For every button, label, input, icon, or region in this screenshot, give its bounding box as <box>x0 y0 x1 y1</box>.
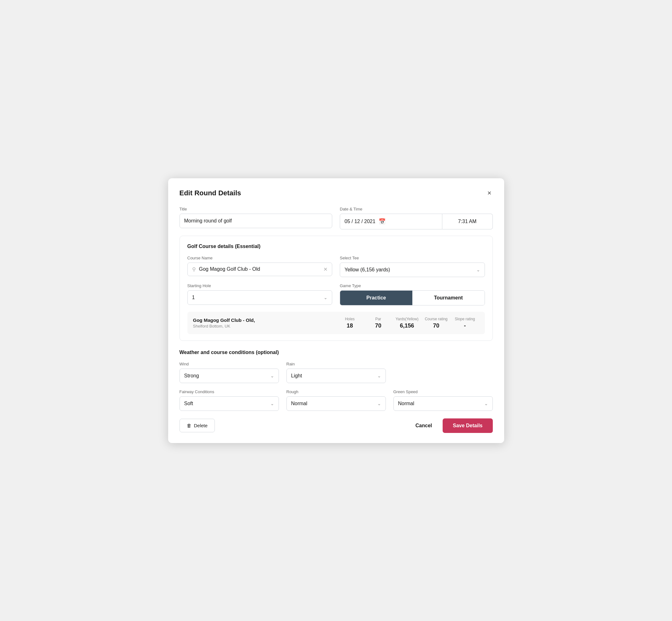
select-tee-group: Select Tee Yellow (6,156 yards) ⌄ <box>340 256 485 277</box>
course-rating-label: Course rating <box>425 317 447 321</box>
green-speed-value: Normal <box>398 401 481 406</box>
yards-stat: Yards(Yellow) 6,156 <box>392 317 422 329</box>
course-info-name-text: Gog Magog Golf Club - Old, <box>193 318 336 323</box>
title-input[interactable] <box>179 214 333 228</box>
rough-value: Normal <box>291 401 374 406</box>
fairway-label: Fairway Conditions <box>179 389 279 394</box>
footer-right: Cancel Save Details <box>412 418 493 433</box>
modal-title: Edit Round Details <box>179 189 241 197</box>
holes-stat: Holes 18 <box>336 317 364 329</box>
weather-section: Weather and course conditions (optional)… <box>179 349 493 411</box>
fairway-value: Soft <box>184 401 267 406</box>
select-tee-value: Yellow (6,156 yards) <box>344 267 473 273</box>
course-info-bar: Gog Magog Golf Club - Old, Shelford Bott… <box>187 312 485 334</box>
game-type-toggle: Practice Tournament <box>340 290 485 305</box>
rough-group: Rough Normal ⌄ <box>287 389 386 411</box>
wind-label: Wind <box>179 362 279 366</box>
chevron-down-icon-rain: ⌄ <box>377 373 381 378</box>
green-speed-dropdown[interactable]: Normal ⌄ <box>393 396 493 411</box>
modal-header: Edit Round Details × <box>179 189 493 198</box>
rain-group: Rain Light ⌄ <box>287 362 386 383</box>
game-type-label: Game Type <box>340 283 485 288</box>
time-value: 7:31 AM <box>458 219 477 224</box>
game-type-group: Game Type Practice Tournament <box>340 283 485 305</box>
starting-hole-value: 1 <box>192 295 321 300</box>
starting-hole-group: Starting Hole 1 ⌄ <box>187 283 333 305</box>
chevron-down-icon: ⌄ <box>476 267 480 272</box>
par-value: 70 <box>375 323 381 329</box>
date-value: 05 / 12 / 2021 <box>344 219 375 224</box>
delete-label: Delete <box>194 423 208 428</box>
holes-value: 18 <box>347 323 353 329</box>
slope-rating-stat: Slope rating - <box>451 317 479 329</box>
chevron-down-icon-rough: ⌄ <box>377 401 381 406</box>
datetime-group: Date & Time 05 / 12 / 2021 📅 7:31 AM <box>340 207 493 230</box>
green-speed-label: Green Speed <box>393 389 493 394</box>
tournament-button[interactable]: Tournament <box>412 291 485 305</box>
title-group: Title <box>179 207 333 230</box>
yards-value: 6,156 <box>400 323 414 329</box>
course-rating-value: 70 <box>433 323 439 329</box>
par-label: Par <box>375 317 381 321</box>
practice-button[interactable]: Practice <box>340 291 412 305</box>
cancel-button[interactable]: Cancel <box>412 419 435 432</box>
fairway-dropdown[interactable]: Soft ⌄ <box>179 396 279 411</box>
title-datetime-row: Title Date & Time 05 / 12 / 2021 📅 7:31 … <box>179 207 493 230</box>
course-section: Golf Course details (Essential) Course N… <box>179 236 493 341</box>
yards-label: Yards(Yellow) <box>395 317 419 321</box>
weather-section-title: Weather and course conditions (optional) <box>179 349 493 355</box>
course-name-group: Course Name ⚲ Gog Magog Golf Club - Old … <box>187 256 333 277</box>
select-tee-label: Select Tee <box>340 256 485 260</box>
rough-dropdown[interactable]: Normal ⌄ <box>287 396 386 411</box>
select-tee-dropdown[interactable]: Yellow (6,156 yards) ⌄ <box>340 262 485 277</box>
course-name-label: Course Name <box>187 256 333 260</box>
course-name-input[interactable]: ⚲ Gog Magog Golf Club - Old ✕ <box>187 262 333 276</box>
wind-rain-row: Wind Strong ⌄ Rain Light ⌄ <box>179 362 493 383</box>
slope-rating-value: - <box>464 323 466 329</box>
rough-label: Rough <box>287 389 386 394</box>
time-input[interactable]: 7:31 AM <box>442 214 493 230</box>
date-input[interactable]: 05 / 12 / 2021 📅 <box>340 214 442 230</box>
course-name-text: Gog Magog Golf Club - Old <box>199 266 321 272</box>
course-tee-row: Course Name ⚲ Gog Magog Golf Club - Old … <box>187 256 485 277</box>
chevron-down-icon-wind: ⌄ <box>270 373 274 378</box>
edit-round-modal: Edit Round Details × Title Date & Time 0… <box>168 178 504 443</box>
wind-value: Strong <box>184 373 267 379</box>
slope-rating-label: Slope rating <box>455 317 475 321</box>
rain-label: Rain <box>287 362 386 366</box>
save-button[interactable]: Save Details <box>443 418 493 433</box>
fairway-rough-green-row: Fairway Conditions Soft ⌄ Rough Normal ⌄… <box>179 389 493 411</box>
rain-value: Light <box>291 373 374 379</box>
wind-group: Wind Strong ⌄ <box>179 362 279 383</box>
hole-gametype-row: Starting Hole 1 ⌄ Game Type Practice Tou… <box>187 283 485 305</box>
search-icon: ⚲ <box>192 266 196 272</box>
starting-hole-dropdown[interactable]: 1 ⌄ <box>187 290 333 305</box>
chevron-down-icon-2: ⌄ <box>324 295 328 300</box>
title-label: Title <box>179 207 333 211</box>
chevron-down-icon-green: ⌄ <box>484 401 488 406</box>
trash-icon: 🗑 <box>187 423 192 428</box>
datetime-label: Date & Time <box>340 207 493 211</box>
fairway-group: Fairway Conditions Soft ⌄ <box>179 389 279 411</box>
course-section-title: Golf Course details (Essential) <box>187 244 485 249</box>
green-speed-group: Green Speed Normal ⌄ <box>393 389 493 411</box>
rain-dropdown[interactable]: Light ⌄ <box>287 369 386 383</box>
delete-button[interactable]: 🗑 Delete <box>179 419 215 432</box>
par-stat: Par 70 <box>364 317 392 329</box>
course-info-location: Shelford Bottom, UK <box>193 324 336 329</box>
course-info-name: Gog Magog Golf Club - Old, Shelford Bott… <box>193 318 336 329</box>
course-rating-stat: Course rating 70 <box>421 317 451 329</box>
date-time-row: 05 / 12 / 2021 📅 7:31 AM <box>340 214 493 230</box>
footer-row: 🗑 Delete Cancel Save Details <box>179 418 493 433</box>
close-button[interactable]: × <box>486 189 493 198</box>
starting-hole-label: Starting Hole <box>187 283 333 288</box>
chevron-down-icon-fairway: ⌄ <box>270 401 274 406</box>
clear-icon[interactable]: ✕ <box>323 266 328 272</box>
holes-label: Holes <box>345 317 354 321</box>
wind-dropdown[interactable]: Strong ⌄ <box>179 369 279 383</box>
calendar-icon: 📅 <box>379 218 385 225</box>
